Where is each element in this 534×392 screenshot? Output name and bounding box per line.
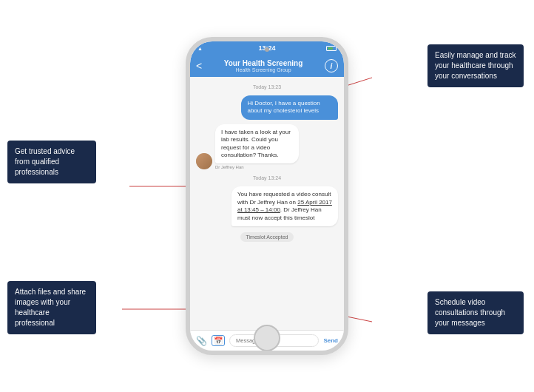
- status-bar-left: ▲: [197, 46, 203, 51]
- phone-frame: ▲ 13:24 < Your Health Screening Health S…: [186, 37, 348, 355]
- send-button[interactable]: Send: [323, 337, 338, 344]
- avatar: [196, 153, 212, 169]
- received-message-1: I have taken a look at your lab results.…: [196, 124, 338, 170]
- sender-name: Dr Jeffrey Han: [215, 165, 338, 169]
- bubble-received-1: I have taken a look at your lab results.…: [215, 124, 299, 164]
- phone-speaker: [265, 47, 269, 52]
- sent-message-2: You have requested a video consult with …: [196, 186, 338, 226]
- nav-subtitle: Health Screening Group: [206, 67, 320, 72]
- callout-left-mid: Get trusted advice from qualified profes…: [7, 141, 96, 183]
- calendar-icon[interactable]: 📅: [212, 335, 225, 346]
- callout-top-right: Easily manage and track your healthcare …: [427, 44, 524, 87]
- bubble-sent-1: Hi Doctor, I have a question about my ch…: [241, 95, 338, 120]
- nav-title: Your Health Screening: [206, 59, 320, 67]
- battery-fill: [328, 47, 333, 50]
- wifi-icon: ▲: [197, 46, 203, 51]
- attach-icon[interactable]: 📎: [196, 336, 207, 346]
- nav-bar: < Your Health Screening Health Screening…: [190, 55, 344, 77]
- timestamp-1: Today 13:23: [196, 84, 338, 89]
- sent-message-1: Hi Doctor, I have a question about my ch…: [196, 95, 338, 120]
- home-button[interactable]: [254, 325, 280, 351]
- back-button[interactable]: <: [196, 60, 202, 72]
- battery-icon: [326, 46, 337, 51]
- chat-area: Today 13:23 Hi Doctor, I have a question…: [190, 77, 344, 330]
- info-button[interactable]: i: [325, 59, 338, 72]
- nav-title-group: Your Health Screening Health Screening G…: [206, 59, 320, 72]
- avatar-image: [196, 153, 212, 169]
- phone-screen: ▲ 13:24 < Your Health Screening Health S…: [190, 41, 344, 351]
- timestamp-2: Today 13:24: [196, 175, 338, 180]
- callout-bottom-right: Schedule video consultations through you…: [427, 291, 524, 334]
- status-bar-right: [326, 46, 337, 51]
- callout-bottom-left: Attach files and share images with your …: [7, 281, 96, 334]
- received-group: I have taken a look at your lab results.…: [215, 124, 338, 170]
- phone-wrapper: ▲ 13:24 < Your Health Screening Health S…: [186, 37, 348, 355]
- appointment-date: 25 April 2017 at 13:45 – 14:00: [237, 199, 332, 213]
- bubble-received-2: You have requested a video consult with …: [231, 186, 338, 226]
- timeslot-accepted-label: Timeslot Accepted: [240, 232, 294, 242]
